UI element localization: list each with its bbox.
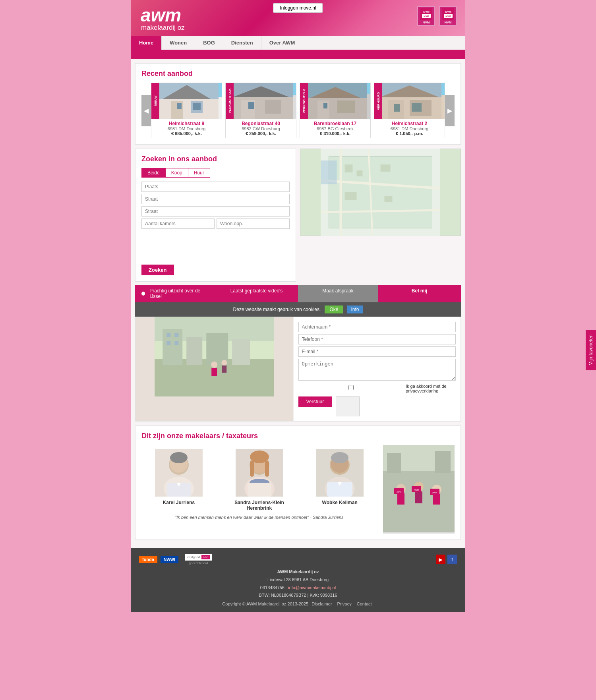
carousel-prev[interactable]: ◀ (141, 95, 151, 126)
vastgoedcert-logo: vastgoedcert (185, 554, 212, 561)
accent-banner (131, 50, 465, 59)
achternaam-input[interactable] (298, 322, 456, 332)
nvm-badges: NVM NVM NVM NVM NVM NVM (417, 6, 457, 26)
bel-label: Bel mij (412, 288, 427, 294)
street-input-2[interactable] (141, 206, 290, 217)
carousel-next[interactable]: ▶ (445, 95, 455, 126)
property-city-2: 6982 CW Doesburg (227, 126, 294, 131)
video-button[interactable]: Laatst geplaatste video's (215, 285, 298, 302)
street-input-1[interactable] (141, 194, 290, 204)
rooms-input[interactable] (141, 219, 215, 229)
action-buttons-row: Prachtig uitzicht over de IJssel Laatst … (135, 285, 461, 302)
property-price-3: € 310.000,- k.k. (302, 131, 369, 136)
footer-copyright: Copyright © AWM Makelaardij oz 2013-2025 (222, 601, 308, 606)
site-logo: awm makelaardij oz (139, 6, 185, 31)
email-input[interactable] (298, 346, 456, 357)
property-name-3: Barenbroeklaan 17 (302, 121, 369, 126)
opmerkingen-input[interactable] (298, 359, 456, 381)
svg-rect-9 (155, 99, 219, 119)
footer-company: AWM Makelaardij oz (277, 569, 319, 574)
property-name-2: Begoniastraat 40 (227, 121, 294, 126)
svg-point-57 (211, 362, 217, 368)
nav-wonen[interactable]: Wonen (162, 36, 195, 50)
place-input[interactable] (141, 182, 290, 192)
inlog-button[interactable]: Inloggen move.nl (273, 3, 323, 13)
nwwi-logo: NWWI (161, 556, 178, 563)
svg-point-59 (221, 360, 227, 365)
afspraak-button[interactable]: Maak afspraak (298, 285, 378, 302)
ijssel-button[interactable]: Prachtig uitzicht over de IJssel (135, 285, 215, 302)
cookie-ok-button[interactable]: Oké (325, 306, 343, 313)
makelaars-content: Karel Jurriens (141, 445, 377, 534)
svg-rect-25 (337, 101, 355, 113)
property-card-3[interactable]: VERKOCHT O.V. Barenbroeklaan 17 6987 BG … (300, 83, 371, 138)
svg-text:AWM: AWM (432, 491, 437, 494)
svg-rect-33 (412, 103, 422, 112)
contact-link[interactable]: Contact (357, 601, 372, 606)
footer-links: Copyright © AWM Makelaardij oz 2013-2025… (139, 601, 457, 606)
telefoon-input[interactable] (298, 334, 456, 344)
svg-rect-16 (229, 97, 293, 119)
makelaar-karel[interactable]: Karel Jurriens (141, 449, 216, 511)
nav-bog[interactable]: BOG (195, 36, 223, 50)
search-col: Zoeken in ons aanbod Beide Koop Huur Zoe (135, 149, 296, 282)
verstuur-button[interactable]: Verstuur (298, 396, 332, 407)
property-price-4: € 1.050,- p.m. (376, 131, 443, 136)
makelaar-quote: "Ik ben een mensen-mens en werk daar waa… (141, 515, 377, 520)
svg-rect-90 (397, 493, 404, 505)
property-card-2[interactable]: VERKOCHT O.V. Begoniastraat 40 6982 CW D… (225, 83, 296, 138)
appointment-section: Ik ga akkoord met de privacyverklaring V… (135, 317, 461, 422)
nav-diensten[interactable]: Diensten (223, 36, 261, 50)
area-input[interactable] (217, 219, 290, 229)
disclaimer-link[interactable]: Disclaimer (312, 601, 332, 606)
search-title: Zoeken in ons aanbod (141, 155, 290, 163)
property-img-4: VERHUURD (374, 83, 445, 119)
search-tab-koop[interactable]: Koop (166, 168, 188, 177)
property-name-1: Helmichstraat 9 (153, 121, 220, 126)
nav-home[interactable]: Home (131, 36, 162, 50)
svg-rect-40 (321, 160, 337, 184)
makelaars-title: Dit zijn onze makelaars / taxateurs (141, 432, 455, 440)
property-card-1[interactable]: NIEUW Helmichstraat 9 6981 DM Doesburg €… (151, 83, 222, 138)
ijssel-label: Prachtig uitzicht over de IJssel (149, 288, 209, 299)
svg-rect-19 (265, 100, 281, 114)
favorites-sidebar[interactable]: Mijn favorieten (586, 330, 596, 370)
makelaar-photo-wobke (316, 449, 364, 497)
search-tab-beide[interactable]: Beide (142, 168, 166, 177)
search-button[interactable]: Zoeken (141, 265, 174, 275)
privacy-checkbox[interactable] (298, 385, 404, 390)
svg-rect-51 (206, 333, 228, 365)
privacy-link[interactable]: Privacy (337, 601, 352, 606)
svg-rect-74 (265, 461, 269, 477)
property-card-4[interactable]: VERHUURD Helmichstraat 2 6981 DM Doesbur… (374, 83, 445, 138)
svg-rect-60 (222, 365, 226, 373)
footer: funda NWWI vastgoedcert gecertificeerd ▶… (131, 548, 465, 612)
search-tab-huur[interactable]: Huur (188, 168, 210, 177)
footer-phone: 0313484756 (260, 585, 284, 590)
svg-rect-54 (174, 333, 178, 337)
svg-rect-13 (177, 103, 182, 109)
svg-text:NVM: NVM (424, 15, 429, 17)
makelaar-sandra[interactable]: Sandra Jurriens-Klein Herenbrink (222, 449, 297, 511)
facebook-icon[interactable]: f (447, 555, 457, 564)
youtube-icon[interactable]: ▶ (436, 555, 445, 564)
footer-logo-left: funda NWWI vastgoedcert gecertificeerd (139, 554, 212, 565)
property-img-1: NIEUW (151, 83, 222, 119)
property-price-2: € 259.000,- k.k. (227, 131, 294, 136)
nav-over-awm[interactable]: Over AWM (261, 36, 304, 50)
svg-rect-87 (387, 453, 401, 473)
footer-logos-row: funda NWWI vastgoedcert gecertificeerd ▶… (139, 554, 457, 565)
makelaar-photo-karel (155, 449, 203, 497)
footer-email-link[interactable]: info@awmmakelaardij.nl (288, 585, 336, 590)
bel-button[interactable]: Bel mij (378, 285, 461, 302)
search-map-row: Zoeken in ons aanbod Beide Koop Huur Zoe (135, 149, 461, 282)
cookie-info-button[interactable]: Info (347, 306, 363, 313)
favorites-label: Mijn favorieten (588, 335, 594, 365)
search-section: Zoeken in ons aanbod Beide Koop Huur Zoe (135, 149, 296, 282)
nvm-label-2: NVM (445, 21, 452, 24)
label-nieuw-1: NIEUW (151, 83, 159, 119)
property-city-3: 6987 BG Giesbeek (302, 126, 369, 131)
footer-address-line: Lindewal 28 6981 AB Doesburg (267, 577, 329, 582)
makelaar-wobke[interactable]: Wobke Keilman (302, 449, 377, 511)
svg-rect-58 (211, 368, 217, 376)
